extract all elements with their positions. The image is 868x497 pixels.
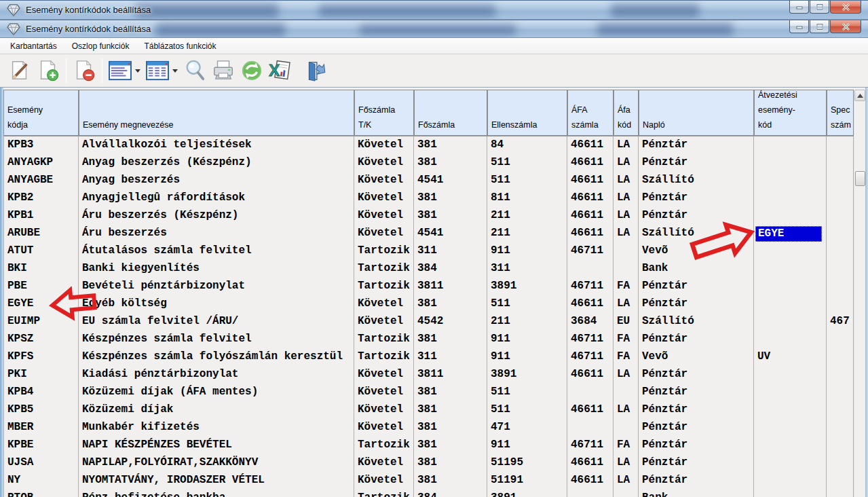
table-cell[interactable]: PBE	[3, 278, 79, 295]
table-cell[interactable]: 46711	[567, 348, 614, 366]
table-cell[interactable]: KPB4	[3, 384, 79, 401]
table-cell[interactable]: LA	[614, 189, 639, 207]
table-cell[interactable]: Tartozik	[354, 331, 414, 348]
search-button[interactable]	[181, 56, 209, 85]
scroll-up-button[interactable]	[854, 90, 865, 101]
table-cell[interactable]: 3891	[487, 366, 567, 384]
table-cell[interactable]: 4541	[414, 225, 487, 242]
table-cell[interactable]: Vevõ	[639, 242, 754, 260]
table-cell[interactable]: MBER	[3, 419, 79, 437]
table-cell[interactable]	[754, 401, 827, 419]
list-view-button[interactable]	[106, 56, 134, 85]
table-cell[interactable]: FA	[614, 437, 639, 454]
table-cell[interactable]: 4542	[414, 313, 487, 331]
table-cell[interactable]: Szállító	[639, 225, 754, 242]
table-cell[interactable]	[567, 384, 614, 401]
table-cell[interactable]: 511	[487, 295, 567, 313]
table-cell[interactable]: PKI	[3, 366, 79, 384]
table-cell[interactable]: Pénztár	[639, 401, 754, 419]
table-cell[interactable]: 46611	[567, 225, 614, 242]
table-cell[interactable]: 311	[414, 242, 487, 260]
table-cell[interactable]: Pénztár	[639, 278, 754, 295]
table-cell[interactable]	[754, 136, 827, 154]
table-cell[interactable]: UV	[754, 348, 827, 366]
table-cell[interactable]: LA	[614, 401, 639, 419]
table-cell[interactable]	[827, 419, 854, 437]
table-cell[interactable]: 381	[414, 472, 487, 490]
table-cell[interactable]: Közüzemi díjak (ÁFA mentes)	[79, 384, 354, 401]
table-cell[interactable]: Pénztár	[639, 154, 754, 172]
table-cell[interactable]	[827, 207, 854, 225]
table-cell[interactable]	[754, 313, 827, 331]
table-cell[interactable]: Bank	[639, 490, 754, 497]
table-cell[interactable]: 381	[414, 401, 487, 419]
table-cell[interactable]: KPSZ	[3, 331, 79, 348]
table-cell[interactable]: 381	[414, 207, 487, 225]
table-cell[interactable]: 46611	[567, 295, 614, 313]
table-cell[interactable]: 46711	[567, 278, 614, 295]
table-cell[interactable]: UJSA	[3, 454, 79, 472]
table-cell[interactable]: 46611	[567, 472, 614, 490]
table-cell[interactable]: Pénztár	[639, 472, 754, 490]
column-header-1[interactable]: Esemény megnevezése	[79, 90, 354, 136]
table-cell[interactable]: ANYAGKP	[3, 154, 79, 172]
table-cell[interactable]	[827, 242, 854, 260]
table-cell[interactable]: KPB3	[3, 136, 79, 154]
table-cell[interactable]	[567, 490, 614, 497]
table-cell[interactable]: Egyéb költség	[79, 295, 354, 313]
table-cell[interactable]	[827, 437, 854, 454]
table-cell[interactable]: NAPI KÉSZPÉNZES BEVÉTEL	[79, 437, 354, 454]
table-cell[interactable]	[827, 472, 854, 490]
table-cell[interactable]	[754, 437, 827, 454]
table-cell[interactable]	[827, 189, 854, 207]
table-cell[interactable]: Tartozik	[354, 242, 414, 260]
column-header-3[interactable]: Főszámla	[414, 90, 487, 136]
table-cell[interactable]: Pénztár	[639, 419, 754, 437]
table-cell[interactable]: EGYE	[754, 225, 827, 242]
table-cell[interactable]: Követel	[354, 401, 414, 419]
table-cell[interactable]	[754, 419, 827, 437]
column-header-0[interactable]: Eseménykódja	[3, 90, 79, 136]
table-cell[interactable]: Pénztár	[639, 384, 754, 401]
table-cell[interactable]: Készpénzes számla felvitel	[79, 331, 354, 348]
table-cell[interactable]	[827, 136, 854, 154]
table-cell[interactable]: 3891	[487, 278, 567, 295]
table-cell[interactable]: 46611	[567, 136, 614, 154]
table-cell[interactable]	[614, 490, 639, 497]
table-cell[interactable]: Tartozik	[354, 348, 414, 366]
table-cell[interactable]: LA	[614, 154, 639, 172]
table-cell[interactable]: 4541	[414, 172, 487, 189]
maximize-button[interactable]	[810, 20, 829, 33]
table-cell[interactable]: 381	[414, 384, 487, 401]
table-cell[interactable]: Tartozik	[354, 490, 414, 497]
table-cell[interactable]: Követel	[354, 225, 414, 242]
table-cell[interactable]: 46611	[567, 366, 614, 384]
table-cell[interactable]: 911	[487, 437, 567, 454]
table-cell[interactable]	[754, 154, 827, 172]
table-cell[interactable]	[754, 260, 827, 278]
table-cell[interactable]: 384	[414, 260, 487, 278]
table-cell[interactable]: 511	[487, 401, 567, 419]
table-view-dropdown[interactable]	[172, 56, 178, 85]
table-cell[interactable]: Követel	[354, 154, 414, 172]
table-cell[interactable]: 3891	[487, 490, 567, 497]
table-cell[interactable]: EGYE	[3, 295, 79, 313]
table-cell[interactable]: LA	[614, 454, 639, 472]
table-cell[interactable]: Közüzemi díjak	[79, 401, 354, 419]
table-cell[interactable]: ARUBE	[3, 225, 79, 242]
table-cell[interactable]: LA	[614, 207, 639, 225]
table-cell[interactable]: Anyagjellegû ráfordítások	[79, 189, 354, 207]
table-cell[interactable]	[827, 154, 854, 172]
table-cell[interactable]: NY	[3, 472, 79, 490]
table-cell[interactable]	[614, 260, 639, 278]
table-cell[interactable]	[827, 172, 854, 189]
vertical-scrollbar[interactable]	[854, 90, 865, 497]
table-cell[interactable]	[754, 331, 827, 348]
table-cell[interactable]: 467	[827, 313, 854, 331]
table-cell[interactable]: Alvállalkozói teljesítések	[79, 136, 354, 154]
table-cell[interactable]: Pénztár	[639, 189, 754, 207]
table-cell[interactable]: PTOB	[3, 490, 79, 497]
table-cell[interactable]: 511	[487, 154, 567, 172]
table-cell[interactable]: Szállító	[639, 313, 754, 331]
table-cell[interactable]: LA	[614, 136, 639, 154]
